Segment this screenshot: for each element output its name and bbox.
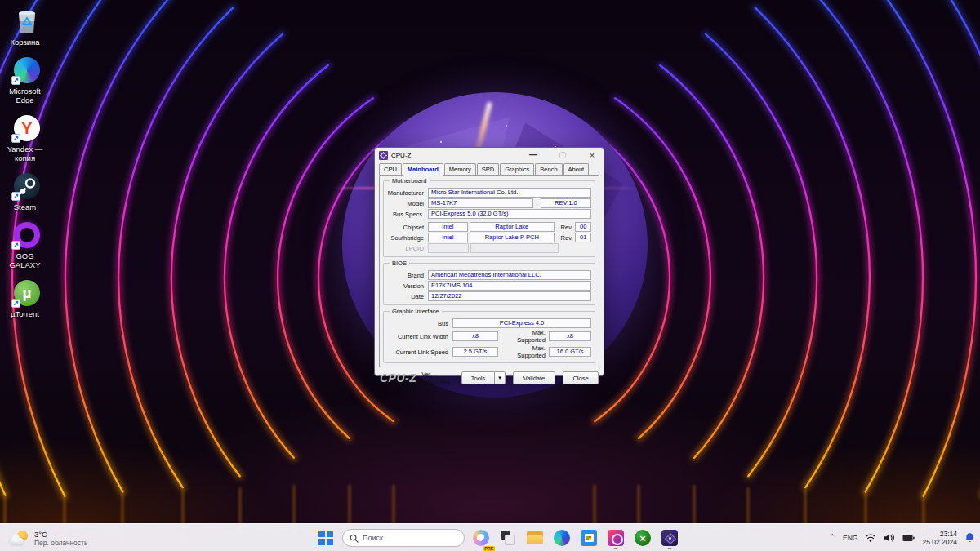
- copilot-icon: [473, 530, 489, 546]
- model-value[interactable]: MS-17K7: [428, 198, 533, 208]
- chipset-vendor-value[interactable]: Intel: [428, 222, 468, 232]
- file-explorer-button[interactable]: [524, 526, 546, 550]
- bus-specs-value[interactable]: PCI-Express 5.0 (32.0 GT/s): [428, 209, 591, 219]
- volume-icon[interactable]: [884, 533, 895, 543]
- language-indicator[interactable]: ENG: [843, 534, 858, 542]
- cpuz-mainboard-page: Motherboard Manufacturer Micro-Star Inte…: [379, 175, 599, 367]
- copilot-pre-badge: PRE: [483, 546, 495, 551]
- running-indicator: [614, 548, 618, 550]
- shortcut-arrow-icon: ↗: [11, 76, 20, 85]
- copilot-button[interactable]: PRE: [470, 526, 492, 550]
- windows-logo-icon: [318, 531, 333, 545]
- gi-link-width-value[interactable]: x8: [452, 331, 498, 341]
- bios-date-label: Date: [387, 293, 428, 300]
- bios-group: BIOS Brand American Megatrends Internati…: [383, 263, 595, 305]
- tools-button[interactable]: Tools: [461, 371, 495, 384]
- red-app-icon: [608, 530, 624, 546]
- southbridge-label: Southbridge: [387, 234, 428, 242]
- cpuz-logo: CPU-Z: [380, 371, 416, 384]
- desktop-icon-recycle-bin[interactable]: Корзина: [0, 3, 54, 52]
- desktop-icon-yandex[interactable]: Y ↗ Yandex — копия: [0, 110, 54, 168]
- edge-icon: [554, 530, 570, 546]
- desktop-icon-gog-galaxy[interactable]: ↗ GOG GALAXY: [0, 217, 54, 275]
- model-label: Model: [387, 200, 428, 207]
- notification-bell-icon[interactable]: [964, 532, 975, 544]
- bus-specs-label: Bus Specs.: [387, 211, 428, 218]
- search-input[interactable]: [363, 534, 444, 542]
- pinned-app-red-button[interactable]: [605, 526, 626, 550]
- gi-link-width-label: Current Link Width: [387, 333, 452, 340]
- gi-bus-label: Bus: [387, 320, 452, 327]
- xbox-button[interactable]: ×: [632, 526, 653, 550]
- cpuz-taskbar-icon: [662, 530, 678, 546]
- shortcut-arrow-icon: ↗: [11, 192, 20, 201]
- close-window-button[interactable]: Close: [563, 371, 599, 384]
- gi-link-speed-max-label: Max. Supported: [502, 344, 549, 359]
- chipset-rev-value[interactable]: 00: [575, 222, 591, 232]
- shortcut-arrow-icon: ↗: [11, 134, 20, 143]
- gi-link-width-max-label: Max. Supported: [502, 329, 549, 344]
- tab-bench[interactable]: Bench: [535, 163, 562, 175]
- start-button[interactable]: [315, 526, 336, 550]
- tab-mainboard[interactable]: Mainboard: [403, 163, 443, 176]
- graphic-interface-group: Graphic Interface Bus PCI-Express 4.0 Cu…: [383, 311, 595, 363]
- bios-date-value[interactable]: 12/27/2022: [428, 291, 591, 301]
- taskbar: 3°C Пер. облачность PRE: [0, 523, 980, 551]
- shortcut-arrow-icon: ↗: [11, 241, 20, 250]
- southbridge-vendor-value[interactable]: Intel: [428, 233, 468, 242]
- weather-widget[interactable]: 3°C Пер. облачность: [7, 527, 91, 549]
- task-view-button[interactable]: [497, 526, 519, 550]
- chipset-name-value[interactable]: Raptor Lake: [470, 222, 555, 232]
- cpuz-version-text: Ver. 2.04.0.x64: [421, 371, 461, 385]
- edge-taskbar-button[interactable]: [551, 526, 572, 550]
- desktop-icon-label: Microsoft Edge: [7, 87, 47, 104]
- weather-icon: [10, 529, 29, 547]
- tab-cpu[interactable]: CPU: [379, 163, 402, 175]
- tab-about[interactable]: About: [564, 163, 590, 175]
- wifi-icon[interactable]: [865, 533, 876, 543]
- motherboard-group: Motherboard Manufacturer Micro-Star Inte…: [383, 180, 595, 257]
- running-indicator: [668, 548, 672, 550]
- minimize-button[interactable]: —: [528, 149, 539, 161]
- cpuz-titlebar[interactable]: CPU-Z — ▢ ×: [375, 148, 604, 162]
- taskbar-search[interactable]: [342, 529, 465, 547]
- search-icon: [350, 534, 359, 543]
- desktop-icon-label: GOG GALAXY: [7, 251, 47, 269]
- microsoft-store-icon: [581, 530, 597, 546]
- gi-link-width-max-value[interactable]: x8: [549, 331, 591, 341]
- weather-condition: Пер. облачность: [34, 539, 87, 547]
- gi-link-speed-max-value[interactable]: 16.0 GT/s: [549, 347, 591, 357]
- southbridge-name-value[interactable]: Raptor Lake-P PCH: [470, 233, 555, 242]
- clock[interactable]: 23:14 25.02.2024: [922, 530, 957, 547]
- desktop-icon-utorrent[interactable]: µ ↗ µTorrent: [0, 275, 54, 324]
- gi-bus-value[interactable]: PCI-Express 4.0: [452, 318, 591, 328]
- desktop-icon-edge[interactable]: ↗ Microsoft Edge: [0, 52, 54, 110]
- cpuz-taskbar-button[interactable]: [659, 526, 680, 550]
- microsoft-store-button[interactable]: [578, 526, 599, 550]
- lpcio-label: LPCIO: [387, 245, 428, 252]
- tab-graphics[interactable]: Graphics: [500, 163, 534, 175]
- window-title: CPU-Z: [391, 152, 510, 159]
- desktop-icon-label: Steam: [7, 202, 47, 211]
- close-button[interactable]: ×: [586, 149, 598, 161]
- southbridge-rev-value[interactable]: 01: [575, 233, 591, 242]
- desktop-icon-column: Корзина ↗ Microsoft Edge Y ↗ Yandex — ко…: [0, 3, 54, 324]
- desktop-icon-steam[interactable]: ↗ Steam: [0, 168, 54, 217]
- bios-brand-value[interactable]: American Megatrends International LLC.: [428, 270, 591, 280]
- tray-overflow-chevron-icon[interactable]: ⌃: [829, 533, 835, 541]
- tab-memory[interactable]: Memory: [444, 163, 476, 175]
- desktop-icon-label: µTorrent: [7, 309, 47, 318]
- maximize-button[interactable]: ▢: [557, 149, 568, 161]
- task-view-icon: [501, 531, 515, 545]
- validate-button[interactable]: Validate: [513, 371, 555, 384]
- manufacturer-value[interactable]: Micro-Star International Co. Ltd.: [428, 188, 591, 198]
- battery-icon[interactable]: [902, 534, 915, 542]
- tab-spd[interactable]: SPD: [477, 163, 499, 175]
- shortcut-arrow-icon: ↗: [11, 299, 20, 308]
- xbox-icon: ×: [635, 530, 651, 546]
- desktop-icon-label: Корзина: [7, 38, 47, 47]
- model-rev-value[interactable]: REV:1.0: [541, 198, 591, 208]
- tools-dropdown-button[interactable]: ▼: [495, 371, 506, 384]
- bios-version-value[interactable]: E17K7IMS.104: [428, 281, 591, 291]
- gi-link-speed-value[interactable]: 2.5 GT/s: [452, 347, 498, 357]
